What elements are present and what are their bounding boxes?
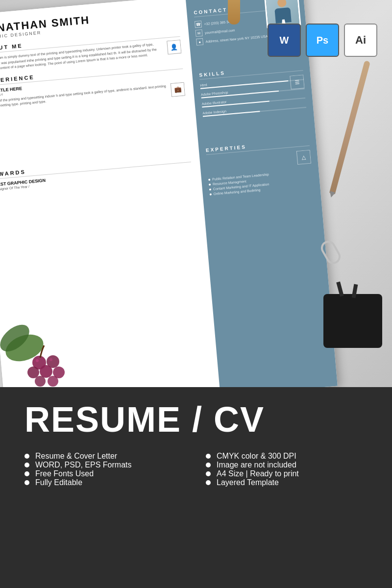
resume-preview-section: W Ps Ai JONATHAN SMITH GRAPHIC DESIGNER … xyxy=(0,0,392,387)
email-text: yourmail@mail.com xyxy=(205,28,235,34)
features-right: CMYK color & 300 DPIImage are not includ… xyxy=(206,452,368,487)
phone-icon: ☎ xyxy=(195,21,202,28)
svg-point-10 xyxy=(49,358,52,361)
address-text: Address, street New york NY 10235 USA xyxy=(205,34,268,43)
experties-icon: △ xyxy=(296,150,311,165)
svg-point-8 xyxy=(48,376,58,387)
grapes-decoration xyxy=(0,309,78,387)
feature-item: Layered Template xyxy=(206,478,368,487)
features-grid: Resume & Cover LetterWORD, PSD, EPS Form… xyxy=(24,452,368,487)
feature-item: WORD, PSD, EPS Formats xyxy=(24,461,186,469)
feature-item: Resume & Cover Letter xyxy=(24,452,186,461)
feature-item: A4 Size | Ready to print xyxy=(206,469,368,478)
photoshop-icon: Ps xyxy=(306,24,339,57)
exp-icon: 💼 xyxy=(171,82,185,97)
svg-point-9 xyxy=(36,359,39,362)
feature-item: Fully Editable xyxy=(24,478,186,487)
svg-point-5 xyxy=(27,367,39,378)
word-icon: W xyxy=(268,24,301,57)
photo-placeholder xyxy=(266,0,299,26)
features-left: Resume & Cover LetterWORD, PSD, EPS Form… xyxy=(24,452,186,487)
person-body xyxy=(274,7,291,24)
email-icon: ✉ xyxy=(195,29,202,37)
binder-clip-decoration xyxy=(323,294,382,348)
feature-item: Image are not included xyxy=(206,461,368,469)
illustrator-icon: Ai xyxy=(344,24,377,57)
skills-icon: ☰ xyxy=(290,74,304,89)
about-icon: 👤 xyxy=(167,40,181,54)
person-silhouette xyxy=(272,0,294,26)
product-title: RESUME / CV xyxy=(24,402,368,437)
person-head xyxy=(277,0,287,7)
address-icon: ● xyxy=(196,38,203,46)
cork-decoration xyxy=(228,0,240,24)
product-info-section: RESUME / CV Resume & Cover LetterWORD, P… xyxy=(0,387,392,588)
feature-item: CMYK color & 300 DPI xyxy=(206,452,368,461)
svg-point-7 xyxy=(35,376,46,387)
software-icons-container: W Ps Ai xyxy=(268,24,377,57)
svg-point-4 xyxy=(40,365,52,378)
feature-item: Free Fonts Used xyxy=(24,469,186,478)
